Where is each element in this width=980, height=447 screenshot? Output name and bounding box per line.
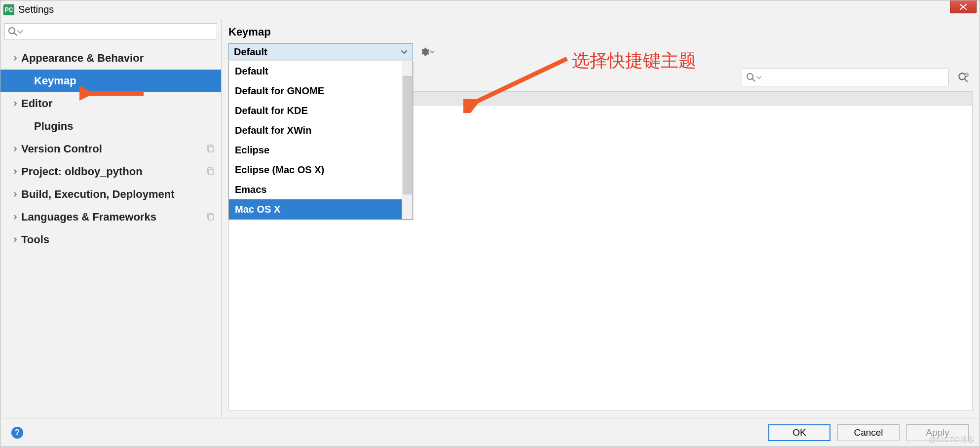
find-by-shortcut-button[interactable] <box>956 70 971 85</box>
expander-icon <box>11 145 19 153</box>
scheme-selected-label: Default <box>234 46 267 58</box>
settings-tree: Appearance & BehaviorKeymapEditorPlugins… <box>0 44 221 418</box>
project-scope-icon <box>206 143 214 155</box>
scheme-dropdown: DefaultDefault for GNOMEDefault for KDED… <box>228 61 413 220</box>
scheme-option[interactable]: Eclipse (Mac OS X) <box>229 160 413 180</box>
sidebar-item-editor[interactable]: Editor <box>0 92 221 115</box>
close-button[interactable] <box>950 0 977 13</box>
sidebar-item-version-control[interactable]: Version Control <box>0 138 221 160</box>
sidebar-item-label: Languages & Frameworks <box>21 211 156 224</box>
chevron-down-icon <box>430 49 435 54</box>
scheme-option[interactable]: Emacs <box>229 180 413 199</box>
expander-icon <box>11 100 19 108</box>
scheme-option[interactable]: Default <box>229 61 413 81</box>
dialog-buttons: ? OK Cancel Apply <box>0 418 980 447</box>
actions-filter[interactable] <box>742 69 949 86</box>
settings-window: PC Settings Appearance & BehaviorKeymapE… <box>0 0 980 447</box>
sidebar-item-label: Tools <box>21 233 49 246</box>
sidebar-item-appearance-behavior[interactable]: Appearance & Behavior <box>0 47 221 70</box>
dropdown-scrollbar[interactable] <box>402 61 413 219</box>
svg-rect-7 <box>209 215 213 220</box>
actions-filter-input[interactable] <box>762 73 944 83</box>
keymap-scheme-combo[interactable]: Default <box>228 43 413 60</box>
sidebar-item-label: Editor <box>21 97 53 110</box>
titlebar: PC Settings <box>0 0 980 19</box>
scrollbar-thumb[interactable] <box>403 76 412 194</box>
breadcrumb-label: Keymap <box>228 26 271 38</box>
sidebar-item-label: Appearance & Behavior <box>21 52 144 65</box>
sidebar-item-label: Project: oldboy_python <box>21 165 143 178</box>
keymap-panel: Keymap Default DefaultDefault for GNOMED… <box>222 19 980 418</box>
scheme-option[interactable]: Mac OS X <box>229 199 413 219</box>
expander-icon <box>11 54 19 62</box>
help-button[interactable]: ? <box>11 427 23 439</box>
svg-point-0 <box>9 28 15 34</box>
settings-search[interactable] <box>4 23 217 40</box>
window-title: Settings <box>18 4 54 15</box>
svg-point-12 <box>965 73 969 77</box>
svg-line-11 <box>965 79 967 81</box>
expander-icon <box>11 236 19 244</box>
svg-rect-3 <box>209 147 213 152</box>
sidebar-item-label: Build, Execution, Deployment <box>21 188 174 201</box>
sidebar-item-languages-frameworks[interactable]: Languages & Frameworks <box>0 206 221 228</box>
find-shortcut-icon <box>957 71 970 84</box>
app-icon: PC <box>3 4 14 15</box>
sidebar-item-project-oldboy-python[interactable]: Project: oldboy_python <box>0 160 221 183</box>
project-scope-icon <box>206 211 214 224</box>
close-icon <box>959 4 967 10</box>
sidebar-item-label: Version Control <box>21 143 102 155</box>
sidebar-item-plugins[interactable]: Plugins <box>0 115 221 138</box>
dialog-body: Appearance & BehaviorKeymapEditorPlugins… <box>0 19 980 418</box>
chevron-down-icon <box>401 48 408 55</box>
breadcrumb: Keymap <box>222 19 980 40</box>
settings-tree-pane: Appearance & BehaviorKeymapEditorPlugins… <box>0 19 222 418</box>
scheme-toolbar: Default DefaultDefault for GNOMEDefault … <box>222 40 980 64</box>
chevron-down-icon <box>756 74 762 80</box>
ok-button[interactable]: OK <box>768 424 830 441</box>
search-icon <box>8 27 18 37</box>
search-icon <box>746 73 756 82</box>
sidebar-item-keymap[interactable]: Keymap <box>0 70 221 92</box>
project-scope-icon <box>206 165 214 178</box>
sidebar-item-label: Keymap <box>34 74 76 87</box>
chevron-down-icon <box>17 28 24 35</box>
svg-rect-5 <box>209 169 213 175</box>
scheme-actions-button[interactable] <box>420 47 435 57</box>
scheme-option[interactable]: Eclipse <box>229 140 413 160</box>
expander-icon <box>11 168 19 176</box>
svg-point-8 <box>747 74 753 79</box>
apply-button: Apply <box>906 424 969 441</box>
sidebar-item-tools[interactable]: Tools <box>0 228 221 251</box>
svg-line-9 <box>753 79 755 81</box>
settings-search-input[interactable] <box>26 27 214 37</box>
expander-icon <box>11 190 19 198</box>
expander-icon <box>11 213 19 221</box>
sidebar-item-label: Plugins <box>34 120 73 133</box>
cancel-button[interactable]: Cancel <box>837 424 900 441</box>
scheme-option[interactable]: Default for KDE <box>229 101 413 120</box>
scheme-option[interactable]: Default for XWin <box>229 120 413 140</box>
gear-icon <box>420 47 430 57</box>
sidebar-item-build-execution-deployment[interactable]: Build, Execution, Deployment <box>0 183 221 206</box>
scheme-option[interactable]: Default for GNOME <box>229 81 413 101</box>
